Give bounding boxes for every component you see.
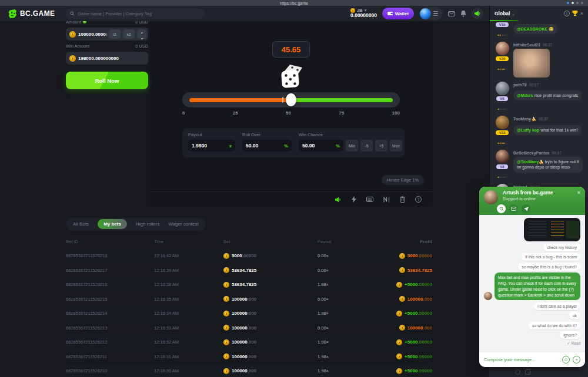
amount-stepper[interactable]	[137, 29, 146, 39]
balance-selector[interactable]: JB 0.00000000	[350, 8, 377, 19]
hotkeys-icon[interactable]	[366, 197, 373, 202]
step-down-icon[interactable]	[141, 34, 142, 41]
chance-min-button[interactable]: Min	[346, 140, 358, 152]
profile-menu[interactable]	[419, 7, 443, 20]
chevron-right-icon[interactable]	[512, 8, 514, 19]
close-support-icon[interactable]	[577, 190, 580, 196]
win-chance-field: %	[299, 140, 343, 152]
megaphone-icon	[475, 11, 481, 16]
table-header: Bet ID Time Bet Payout Profit	[66, 239, 432, 249]
coin-icon	[223, 296, 229, 302]
payout-input[interactable]	[192, 143, 228, 149]
messages-icon[interactable]	[448, 11, 455, 16]
table-row[interactable]: 68285367211526218 12:16:42 AM 5000.00000…	[66, 249, 432, 264]
avatar[interactable]	[420, 8, 431, 19]
username[interactable]: TooMany🍌00:37	[513, 117, 584, 122]
chat-message: V8 ●●●●● BeBeBeckyPantss00:37 @TooMany🍌 …	[493, 150, 584, 180]
tab-high-rollers[interactable]: High rollers	[136, 221, 159, 227]
username[interactable]: InfiniteSoul2300:37	[513, 43, 584, 47]
coin-icon	[223, 253, 229, 259]
browser-address-bar[interactable]: https://bc.game	[0, 0, 588, 6]
message-bubble: @DEADBROKE 😂	[513, 24, 557, 34]
wallet-icon	[387, 11, 393, 16]
roll-now-button[interactable]: Roll Now	[66, 72, 148, 89]
turbo-bet-icon[interactable]	[352, 196, 356, 203]
tab-my-bets[interactable]: My bets	[98, 219, 127, 229]
chance-max-button[interactable]: Max	[390, 140, 402, 152]
tick-50: 50	[286, 110, 291, 116]
win-chance-input[interactable]	[302, 143, 334, 149]
support-telegram-button[interactable]	[522, 204, 530, 213]
slider-knob[interactable]	[286, 93, 296, 106]
tick-0: 0	[182, 110, 185, 116]
smiley-icon[interactable]	[562, 356, 570, 363]
roll-slider[interactable]	[182, 92, 400, 107]
gif-icon[interactable]	[525, 369, 530, 375]
table-row[interactable]: 68285367211526213 12:16:33 AM 100000.000…	[66, 321, 432, 335]
table-row[interactable]: 68285367211526216 12:16:38 AM 53634.7825…	[66, 278, 432, 292]
coin-icon	[223, 368, 229, 374]
table-row[interactable]: 68285367211526217 12:16:39 AM 53634.7825…	[66, 263, 432, 278]
active-channel-indicator	[490, 20, 518, 21]
close-chat-icon[interactable]	[580, 11, 583, 16]
win-amount-input[interactable]	[78, 56, 146, 61]
support-search-button[interactable]	[497, 204, 506, 213]
avatar[interactable]	[496, 150, 509, 163]
chance-plus5-button[interactable]: +5	[375, 140, 387, 152]
table-row[interactable]: 68285367211526215 12:16:35 AM 100000.000…	[66, 292, 432, 307]
double-bet-button[interactable]: x2	[123, 29, 135, 39]
emoji-icon[interactable]	[515, 369, 520, 375]
avatar[interactable]	[496, 82, 509, 95]
support-compose-input[interactable]	[484, 357, 559, 362]
table-row[interactable]: 68285367211526212 12:16:32 AM 100000.000…	[66, 335, 432, 350]
bc-game-screen: https://bc.game BC.GAME JB 0	[0, 0, 588, 377]
brand-name: BC.GAME	[20, 9, 55, 18]
tab-wager-contest[interactable]: Wager contest	[168, 221, 198, 227]
house-edge-badge: House Edge 1%	[382, 175, 424, 185]
coin-icon	[399, 253, 405, 259]
coin-icon	[223, 282, 229, 288]
col-profit: Profit	[373, 239, 432, 244]
notifications-bell-icon[interactable]	[460, 11, 466, 17]
chat-input-bar[interactable]	[489, 367, 588, 377]
avatar[interactable]	[496, 116, 509, 129]
roll-over-input[interactable]	[246, 143, 282, 149]
username[interactable]: BeBeBeckyPantss00:37	[513, 151, 584, 155]
level-badge: V30	[496, 56, 509, 61]
attached-screenshot-thumbnail[interactable]	[524, 218, 580, 241]
step-up-icon[interactable]	[141, 28, 142, 34]
chance-minus5-button[interactable]: -5	[360, 140, 373, 152]
message-bubble: @Luffy kop what for that 1k win?	[513, 125, 582, 135]
menu-icon	[433, 11, 438, 16]
support-header: Artush from bc.game Support is online	[479, 187, 585, 215]
win-chance-label: Win Chance	[299, 132, 402, 137]
table-row[interactable]: 68285367211526214 12:16:34 AM 100000.000…	[66, 307, 432, 321]
wallet-button[interactable]: Wallet	[382, 8, 414, 19]
table-row[interactable]: 68285367211526210 12:16:30 AM 100000.000…	[66, 364, 432, 377]
win-amount-label: Win Amount	[66, 43, 89, 49]
trash-icon[interactable]	[400, 196, 405, 203]
support-agent-avatar	[484, 292, 492, 300]
bet-amount-input[interactable]	[78, 32, 106, 37]
chat-photo-crying-baby[interactable]	[513, 49, 550, 78]
sound-toggle-icon[interactable]	[335, 197, 342, 203]
trophy-icon[interactable]	[572, 11, 578, 16]
search-input[interactable]	[78, 11, 201, 16]
support-email-button[interactable]	[509, 204, 518, 213]
game-search-bar[interactable]	[65, 8, 205, 19]
avatar[interactable]	[496, 42, 509, 55]
help-icon[interactable]	[415, 196, 422, 203]
wallet-label: Wallet	[395, 11, 409, 16]
tab-all-bets[interactable]: All Bets	[73, 221, 89, 227]
half-bet-button[interactable]: /2	[109, 29, 121, 39]
announcements-button[interactable]	[472, 8, 483, 19]
trends-icon[interactable]	[383, 197, 390, 203]
bc-game-logo[interactable]: BC.GAME	[8, 9, 55, 18]
browser-extension-icons[interactable]	[567, 2, 583, 4]
username[interactable]: path7800:37	[513, 83, 584, 87]
chat-rules-info-icon[interactable]	[564, 11, 570, 16]
attach-plus-icon[interactable]	[573, 356, 580, 363]
app-window: BC.GAME JB 0.00000000 Wallet	[0, 6, 588, 377]
chat-channel-selector[interactable]: Global	[495, 11, 510, 16]
table-row[interactable]: 68285367211526211 12:16:31 AM 100000.000…	[66, 349, 432, 364]
